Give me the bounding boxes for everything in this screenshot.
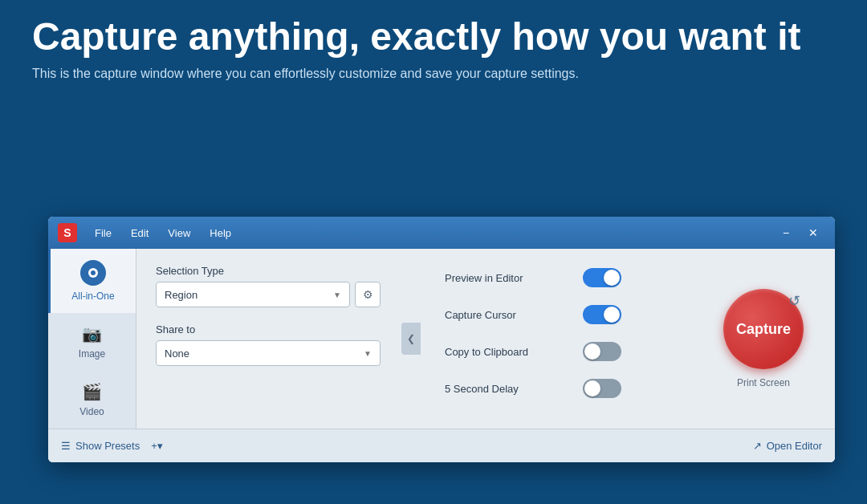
menu-view[interactable]: View xyxy=(160,224,198,242)
toggle-label-preview: Preview in Editor xyxy=(445,272,573,284)
toggle-label-delay: 5 Second Delay xyxy=(445,383,573,395)
right-and-capture: Preview in Editor Capture Cursor xyxy=(445,265,816,413)
open-editor-button[interactable]: ↗ Open Editor xyxy=(753,440,822,452)
toggle-label-clipboard: Copy to Clipboard xyxy=(445,346,573,358)
add-icon: +▾ xyxy=(151,440,163,452)
presets-icon: ☰ xyxy=(61,440,71,452)
page-subtitle: This is the capture window where you can… xyxy=(32,67,835,81)
share-to-chevron: ▼ xyxy=(364,349,372,358)
sidebar: All-in-One 📷 Image 🎬 Video xyxy=(48,249,136,429)
sidebar-label-image: Image xyxy=(79,348,105,360)
toggle-knob-delay xyxy=(584,380,600,396)
bottom-bar: ☰ Show Presets +▾ ↗ Open Editor xyxy=(48,429,835,462)
show-presets-button[interactable]: ☰ Show Presets xyxy=(61,440,140,452)
share-to-field: Share to None ▼ xyxy=(156,323,381,366)
page-background: Capture anything, exactly how you want i… xyxy=(0,0,867,97)
left-section: Selection Type Region ▼ ⚙ xyxy=(156,265,381,413)
selection-type-select[interactable]: Region ▼ xyxy=(156,282,350,307)
window-content: All-in-One 📷 Image 🎬 Video xyxy=(48,249,835,429)
minimize-button[interactable]: − xyxy=(774,223,798,242)
toggle-capture-cursor[interactable] xyxy=(583,305,621,324)
toggle-knob-cursor xyxy=(604,307,620,323)
share-to-label: Share to xyxy=(156,323,381,335)
bottom-bar-left: ☰ Show Presets +▾ xyxy=(61,438,168,453)
show-presets-label: Show Presets xyxy=(75,440,140,452)
all-in-one-icon xyxy=(80,260,106,286)
selection-type-field: Selection Type Region ▼ ⚙ xyxy=(156,265,381,307)
video-icon: 🎬 xyxy=(82,382,102,401)
toggle-row-clipboard: Copy to Clipboard xyxy=(445,339,695,364)
sidebar-item-video[interactable]: 🎬 Video xyxy=(48,371,136,429)
selection-type-value: Region xyxy=(165,289,197,301)
selection-type-label: Selection Type xyxy=(156,265,381,277)
svg-point-1 xyxy=(91,270,96,275)
toggle-row-preview: Preview in Editor xyxy=(445,265,695,291)
window-controls: − ✕ xyxy=(774,223,825,242)
share-to-value: None xyxy=(165,348,189,360)
add-preset-button[interactable]: +▾ xyxy=(146,438,168,453)
reset-icon[interactable]: ↺ xyxy=(785,289,804,313)
toggles-section: Preview in Editor Capture Cursor xyxy=(445,265,695,413)
collapse-icon: ❮ xyxy=(407,333,415,344)
main-panel: Selection Type Region ▼ ⚙ xyxy=(136,249,835,429)
toggle-copy-to-clipboard[interactable] xyxy=(583,342,621,361)
toggle-label-cursor: Capture Cursor xyxy=(445,309,573,321)
selection-type-settings-button[interactable]: ⚙ xyxy=(355,282,381,307)
menu-edit[interactable]: Edit xyxy=(123,224,157,242)
window-body: All-in-One 📷 Image 🎬 Video xyxy=(48,249,835,462)
share-to-select[interactable]: None ▼ xyxy=(156,340,381,366)
titlebar: S File Edit View Help − ✕ xyxy=(48,217,835,249)
menu-bar: File Edit View Help xyxy=(87,224,239,242)
sidebar-item-image[interactable]: 📷 Image xyxy=(48,313,136,371)
open-editor-label: Open Editor xyxy=(767,440,822,452)
selection-type-chevron: ▼ xyxy=(333,291,341,299)
close-button[interactable]: ✕ xyxy=(801,223,825,242)
app-window: S File Edit View Help − ✕ xyxy=(48,217,835,462)
toggle-knob-clipboard xyxy=(584,343,600,360)
selection-type-row: Region ▼ ⚙ xyxy=(156,282,381,307)
bottom-bar-right: ↗ Open Editor xyxy=(753,440,822,452)
menu-file[interactable]: File xyxy=(87,224,120,242)
sidebar-item-all-in-one[interactable]: All-in-One xyxy=(48,249,136,313)
camera-icon: 📷 xyxy=(82,324,102,343)
gear-icon: ⚙ xyxy=(363,288,373,301)
toggle-row-delay: 5 Second Delay xyxy=(445,376,695,401)
toggle-preview-in-editor[interactable] xyxy=(583,268,621,287)
print-screen-label: Print Screen xyxy=(737,377,790,388)
sidebar-label-video: Video xyxy=(79,406,104,417)
toggle-row-cursor: Capture Cursor xyxy=(445,302,695,327)
sidebar-label-all-in-one: All-in-One xyxy=(71,291,114,302)
toggle-knob-preview xyxy=(604,270,620,286)
open-editor-icon: ↗ xyxy=(753,440,762,452)
collapse-arrow-button[interactable]: ❮ xyxy=(401,323,421,355)
page-title: Capture anything, exactly how you want i… xyxy=(32,16,835,59)
app-logo: S xyxy=(58,223,77,242)
menu-help[interactable]: Help xyxy=(201,224,239,242)
toggle-5-second-delay[interactable] xyxy=(583,379,621,398)
capture-button-container: Capture ↺ xyxy=(723,289,804,369)
capture-area: Capture ↺ Print Screen xyxy=(695,265,816,413)
